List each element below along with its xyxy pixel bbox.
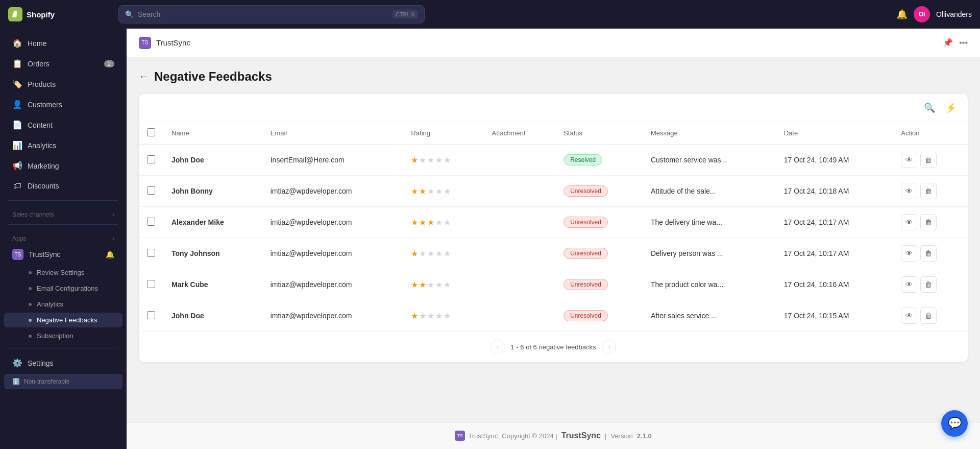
star-4: ★ (435, 280, 443, 290)
col-rating: Rating (403, 122, 483, 145)
app-header-left: TS TrustSync (139, 37, 190, 49)
row-date: 17 Oct 24, 10:17 AM (776, 238, 893, 269)
star-5: ★ (444, 186, 451, 196)
status-badge: Unresolved (564, 279, 608, 290)
chat-fab-button[interactable]: 💬 (941, 410, 968, 437)
trustsync-bell-icon[interactable]: 🔔 (106, 250, 114, 258)
view-button-3[interactable]: 👁 (901, 245, 917, 262)
sidebar-item-customers[interactable]: 👤 Customers (4, 94, 122, 114)
col-checkbox (139, 122, 163, 145)
delete-button-4[interactable]: 🗑 (920, 276, 937, 293)
divider-1 (8, 200, 118, 201)
footer-brand-link[interactable]: TrustSync (561, 431, 601, 440)
row-actions: 👁 🗑 (893, 145, 968, 176)
sidebar-item-marketing[interactable]: 📢 Marketing (4, 156, 122, 176)
view-button-5[interactable]: 👁 (901, 308, 917, 324)
brand-logo[interactable]: Shopify (8, 7, 110, 21)
sidebar-item-discounts[interactable]: 🏷 Discounts (4, 176, 122, 196)
filter-toolbar-button[interactable]: ⚡ (942, 100, 960, 115)
action-buttons: 👁 🗑 (901, 152, 960, 168)
prev-page-button[interactable]: ‹ (491, 340, 505, 354)
star-4: ★ (435, 186, 443, 196)
star-2: ★ (419, 249, 426, 258)
delete-button-5[interactable]: 🗑 (920, 308, 937, 324)
row-rating: ★★★★★ (403, 269, 483, 300)
sidebar-item-content[interactable]: 📄 Content (4, 115, 122, 135)
sidebar-item-analytics[interactable]: 📊 Analytics (4, 135, 122, 155)
row-status: Unresolved (555, 176, 643, 207)
delete-button-1[interactable]: 🗑 (920, 183, 937, 199)
row-attachment (484, 176, 556, 207)
search-input[interactable] (138, 10, 388, 18)
subnav-analytics-label: Analytics (37, 300, 63, 308)
row-checkbox-1[interactable] (147, 186, 155, 195)
next-page-button[interactable]: › (602, 340, 616, 354)
subnav-analytics[interactable]: Analytics (4, 297, 122, 312)
sidebar-label-customers: Customers (28, 101, 62, 109)
pin-icon[interactable]: 📌 (943, 38, 953, 48)
discounts-icon: 🏷 (12, 181, 22, 191)
feedback-table-card: 🔍 ⚡ Name Email Rating Attachment (139, 94, 968, 362)
subnav-negative-feedbacks[interactable]: Negative Feedbacks (4, 313, 122, 327)
sales-channels-expand-icon[interactable]: › (112, 211, 114, 218)
delete-button-3[interactable]: 🗑 (920, 245, 937, 262)
search-bar[interactable]: 🔍 CTRL K (118, 5, 425, 23)
row-name: Mark Cube (163, 269, 262, 300)
delete-button-0[interactable]: 🗑 (920, 152, 937, 168)
subnav-email-configurations[interactable]: Email Configurations (4, 281, 122, 296)
view-button-2[interactable]: 👁 (901, 214, 917, 230)
more-options-icon[interactable]: ••• (959, 38, 968, 48)
view-button-4[interactable]: 👁 (901, 276, 917, 293)
sidebar-label-content: Content (28, 121, 53, 129)
footer-version: 2.1.0 (637, 432, 652, 440)
row-checkbox-cell (139, 176, 163, 207)
row-checkbox-0[interactable] (147, 155, 155, 163)
table-row: John Doe imtiaz@wpdeveloper.com ★★★★★ Un… (139, 300, 968, 332)
notification-icon[interactable]: 🔔 (896, 9, 908, 20)
row-checkbox-5[interactable] (147, 311, 155, 319)
row-name: John Bonny (163, 176, 262, 207)
sidebar: 🏠 Home 📋 Orders 2 🏷️ Products 👤 Customer… (0, 29, 127, 449)
view-button-1[interactable]: 👁 (901, 183, 917, 199)
delete-button-2[interactable]: 🗑 (920, 214, 937, 230)
back-button[interactable]: ← (139, 72, 148, 82)
search-toolbar-button[interactable]: 🔍 (921, 100, 938, 115)
sidebar-item-home[interactable]: 🏠 Home (4, 33, 122, 53)
trustsync-nav-item[interactable]: TS TrustSync 🔔 (4, 245, 122, 264)
row-message: After sales service ... (643, 300, 776, 332)
row-attachment (484, 207, 556, 238)
customers-icon: 👤 (12, 100, 22, 109)
sidebar-item-settings[interactable]: ⚙️ Settings (4, 353, 122, 373)
row-message: Customer service was... (643, 145, 776, 176)
sidebar-label-home: Home (28, 39, 46, 48)
row-rating: ★★★★★ (403, 207, 483, 238)
avatar[interactable]: OI (914, 6, 930, 22)
subnav-subscription[interactable]: Subscription (4, 328, 122, 343)
non-transferable-label: Non-transferable (24, 378, 69, 385)
sidebar-item-orders[interactable]: 📋 Orders 2 (4, 54, 122, 74)
row-date: 17 Oct 24, 10:15 AM (776, 300, 893, 332)
footer-separator: | (605, 432, 606, 440)
subnav-review-settings[interactable]: Review Settings (4, 265, 122, 280)
row-checkbox-4[interactable] (147, 280, 155, 288)
apps-expand-icon[interactable]: › (112, 235, 114, 242)
star-5: ★ (444, 311, 451, 321)
row-checkbox-3[interactable] (147, 249, 155, 257)
star-1: ★ (411, 311, 418, 321)
row-name: John Doe (163, 300, 262, 332)
sidebar-item-products[interactable]: 🏷️ Products (4, 74, 122, 94)
row-rating: ★★★★★ (403, 238, 483, 269)
subnav-email-label: Email Configurations (37, 285, 98, 292)
col-message: Message (643, 122, 776, 145)
row-attachment (484, 269, 556, 300)
action-buttons: 👁 🗑 (901, 308, 960, 324)
row-checkbox-2[interactable] (147, 218, 155, 226)
row-checkbox-cell (139, 238, 163, 269)
row-actions: 👁 🗑 (893, 269, 968, 300)
star-1: ★ (411, 186, 418, 196)
trustsync-label: TrustSync (29, 250, 61, 258)
row-name: Tony Johnson (163, 238, 262, 269)
select-all-checkbox[interactable] (147, 128, 155, 136)
row-checkbox-cell (139, 207, 163, 238)
view-button-0[interactable]: 👁 (901, 152, 917, 168)
